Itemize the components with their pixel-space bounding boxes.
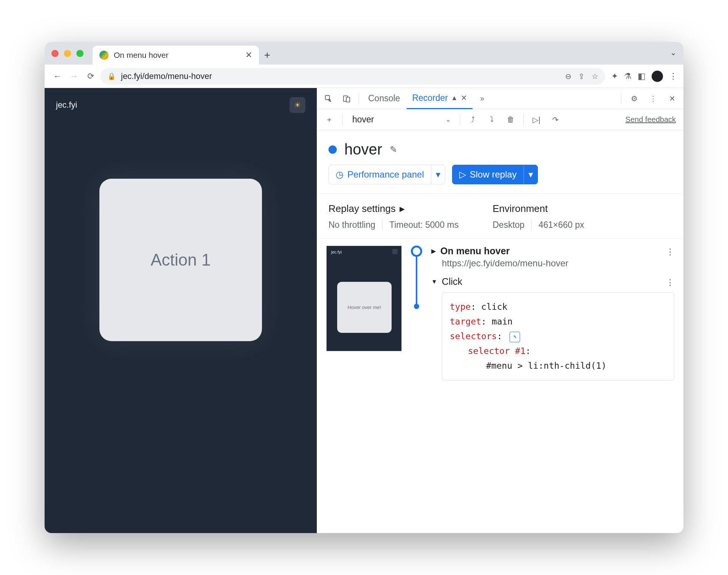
zoom-icon[interactable]: ⊖ (565, 72, 572, 81)
performance-dropdown-icon[interactable]: ▾ (431, 165, 445, 184)
env-dimensions: 461×660 px (539, 220, 584, 230)
inspect-icon[interactable] (320, 90, 337, 107)
window-controls (51, 42, 93, 65)
labs-icon[interactable]: ⚗ (624, 71, 632, 81)
sidepanel-icon[interactable]: ◧ (638, 71, 646, 81)
action-card[interactable]: Action 1 (99, 179, 262, 341)
thumb-theme-icon (392, 249, 398, 254)
share-icon[interactable]: ⇪ (578, 72, 585, 81)
browser-tabbar: On menu hover ✕ + ⌄ (45, 42, 683, 65)
send-feedback-link[interactable]: Send feedback (626, 115, 680, 124)
step-over-icon[interactable]: ↷ (547, 111, 564, 128)
export-icon[interactable]: ⤴ (465, 111, 481, 128)
throttling-value: No throttling (328, 220, 375, 230)
back-button[interactable]: ← (51, 70, 64, 83)
step-menu-icon[interactable]: ⋮ (666, 247, 674, 257)
tab-recorder-label: Recorder (412, 93, 448, 103)
new-tab-button[interactable]: + (259, 46, 276, 65)
slow-replay-button[interactable]: ▷ Slow replay ▾ (452, 165, 538, 184)
browser-tab[interactable]: On menu hover ✕ (93, 46, 259, 65)
svg-rect-2 (346, 97, 350, 102)
recording-status-icon (328, 145, 337, 154)
theme-toggle-button[interactable]: ☀ (290, 97, 305, 113)
timeline-start-icon (411, 246, 422, 257)
lock-icon: 🔒 (107, 72, 116, 80)
tab-recorder[interactable]: Recorder ▲ ✕ (407, 88, 472, 109)
url-text: jec.fyi/demo/menu-hover (121, 71, 212, 81)
edit-title-icon[interactable]: ✎ (390, 144, 397, 155)
environment-heading: Environment (493, 203, 584, 215)
timeout-value: Timeout: 5000 ms (389, 220, 458, 230)
extensions-icon[interactable]: ✦ (611, 71, 618, 81)
profile-avatar[interactable] (652, 71, 663, 82)
device-toggle-icon[interactable] (338, 90, 355, 107)
step-navigate-url: https://jec.fyi/demo/menu-hover (442, 258, 674, 269)
tab-console[interactable]: Console (363, 88, 405, 109)
step-menu-icon[interactable]: ⋮ (666, 278, 674, 288)
more-tabs-icon[interactable]: » (474, 90, 491, 107)
thumb-brand: jec.fyi (331, 250, 342, 254)
selector-code: #menu > li:nth-child(1) (450, 359, 666, 373)
replay-settings-heading[interactable]: Replay settings ▶ (328, 203, 458, 215)
recording-select[interactable]: hover (347, 114, 379, 125)
address-bar[interactable]: 🔒 jec.fyi/demo/menu-hover ⊖ ⇪ ☆ (101, 68, 605, 85)
recording-title: hover (344, 141, 382, 158)
devtools-panel: Console Recorder ▲ ✕ » ⚙ ⋮ ✕ ＋ hover (317, 88, 683, 533)
slow-replay-label: Slow replay (470, 169, 517, 180)
pin-icon: ▲ (451, 94, 458, 102)
recorder-toolbar: ＋ hover ⌄ ⤴ ⤵ 🗑 ▷| ↷ Send feedback (317, 109, 683, 130)
page-viewport: jec.fyi ☀ Action 1 (45, 88, 317, 533)
tab-title: On menu hover (114, 51, 169, 60)
tabs-dropdown-icon[interactable]: ⌄ (670, 48, 677, 57)
recording-dropdown-icon[interactable]: ⌄ (441, 116, 455, 123)
chevron-right-icon: ▶ (400, 205, 405, 213)
replay-dropdown-icon[interactable]: ▾ (524, 165, 537, 184)
performance-panel-button[interactable]: ◷ Performance panel ▾ (328, 165, 445, 184)
step-timeline (410, 246, 423, 388)
timeline-step-icon (414, 304, 419, 309)
reload-button[interactable]: ⟳ (84, 70, 98, 83)
step-details: type: click target: main selectors: ⬉ se… (442, 292, 674, 380)
close-devtools-icon[interactable]: ✕ (664, 90, 680, 107)
delete-icon[interactable]: 🗑 (502, 111, 519, 128)
env-device: Desktop (493, 220, 524, 230)
minimize-window-icon[interactable] (64, 50, 71, 57)
close-window-icon[interactable] (51, 50, 59, 57)
bookmark-icon[interactable]: ☆ (592, 72, 598, 81)
collapse-step-icon[interactable]: ▼ (431, 278, 437, 285)
gauge-icon: ◷ (336, 169, 344, 180)
pick-selector-icon[interactable]: ⬉ (510, 332, 520, 342)
step-click-title[interactable]: Click (442, 276, 462, 287)
expand-step-icon[interactable]: ▶ (431, 247, 436, 255)
devtools-tabbar: Console Recorder ▲ ✕ » ⚙ ⋮ ✕ (317, 88, 683, 109)
favicon-icon (99, 51, 108, 60)
thumb-card: Hover over me! (337, 282, 392, 333)
performance-panel-label: Performance panel (347, 169, 424, 180)
step-play-icon[interactable]: ▷| (528, 111, 545, 128)
browser-toolbar: ← → ⟳ 🔒 jec.fyi/demo/menu-hover ⊖ ⇪ ☆ ✦ … (45, 65, 683, 88)
forward-button[interactable]: → (67, 70, 81, 83)
import-icon[interactable]: ⤵ (483, 111, 500, 128)
maximize-window-icon[interactable] (76, 50, 84, 57)
close-tab-icon[interactable]: ✕ (245, 50, 252, 60)
page-brand[interactable]: jec.fyi (56, 100, 77, 110)
step-navigate-title[interactable]: On menu hover (440, 246, 510, 257)
play-icon: ▷ (459, 169, 466, 180)
close-panel-icon[interactable]: ✕ (461, 93, 467, 102)
step-thumbnail: jec.fyi Hover over me! (326, 246, 402, 351)
new-recording-button[interactable]: ＋ (321, 111, 338, 128)
browser-menu-icon[interactable]: ⋮ (669, 71, 677, 81)
devtools-menu-icon[interactable]: ⋮ (645, 90, 661, 107)
settings-gear-icon[interactable]: ⚙ (626, 90, 643, 107)
